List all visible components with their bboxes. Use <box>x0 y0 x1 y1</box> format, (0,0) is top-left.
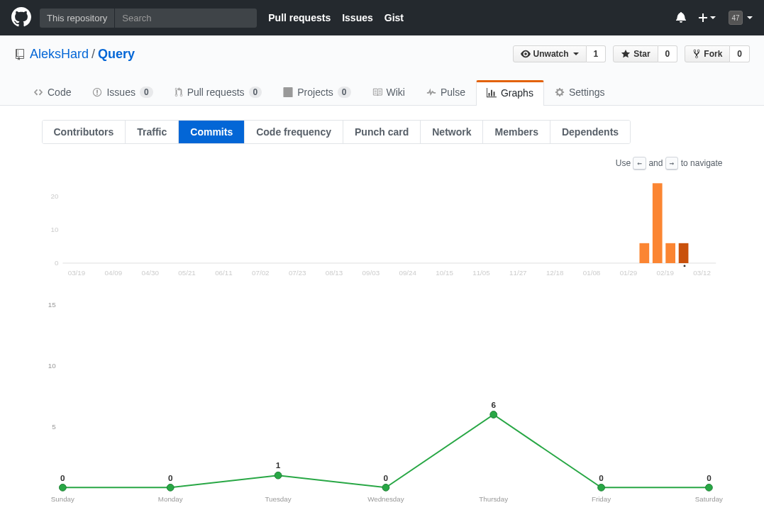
nav-hint: Use ← and → to navigate <box>42 158 723 168</box>
svg-text:04/30: 04/30 <box>141 269 159 277</box>
subnav-contributors[interactable]: Contributors <box>43 121 126 143</box>
header-nav: Pull requests Issues Gist <box>268 12 404 23</box>
svg-text:0: 0 <box>55 259 59 267</box>
pulse-icon <box>426 87 436 97</box>
repo-actions: Unwatch 1 Star 0 Fork 0 <box>513 45 750 62</box>
book-icon <box>372 87 382 97</box>
repo-icon <box>14 49 26 60</box>
nav-pull-requests[interactable]: Pull requests <box>268 12 331 23</box>
tab-wiki[interactable]: Wiki <box>362 80 416 105</box>
svg-point-30 <box>59 484 66 491</box>
svg-rect-22 <box>639 243 649 263</box>
svg-text:10/15: 10/15 <box>436 269 453 277</box>
global-header: This repository Pull requests Issues Gis… <box>0 0 764 35</box>
code-icon <box>33 87 43 97</box>
watch-count[interactable]: 1 <box>587 45 607 62</box>
issue-icon <box>92 87 102 97</box>
svg-text:09/03: 09/03 <box>362 269 380 277</box>
svg-text:07/23: 07/23 <box>288 269 306 277</box>
unwatch-button[interactable]: Unwatch <box>513 45 587 62</box>
github-logo[interactable] <box>11 7 31 29</box>
subnav-traffic[interactable]: Traffic <box>126 121 179 143</box>
svg-point-36 <box>275 472 282 479</box>
commits-line-chart: 510150Sunday0Monday1Tuesday0Wednesday6Th… <box>42 284 723 511</box>
nav-gist[interactable]: Gist <box>384 12 404 23</box>
fork-count[interactable]: 0 <box>730 45 750 62</box>
subnav-dependents[interactable]: Dependents <box>550 121 630 143</box>
repo-owner-link[interactable]: AleksHard <box>30 47 89 62</box>
svg-text:02/19: 02/19 <box>656 269 673 277</box>
subnav-network[interactable]: Network <box>421 121 483 143</box>
user-menu[interactable]: 47 <box>729 11 753 25</box>
svg-text:Thursday: Thursday <box>479 495 508 503</box>
svg-text:Wednesday: Wednesday <box>367 495 404 503</box>
svg-text:Saturday: Saturday <box>694 495 722 503</box>
nav-issues[interactable]: Issues <box>342 12 373 23</box>
svg-text:06/11: 06/11 <box>215 269 232 277</box>
graphs-subnav: Contributors Traffic Commits Code freque… <box>42 120 631 144</box>
subnav-punch-card[interactable]: Punch card <box>343 121 421 143</box>
star-count[interactable]: 0 <box>658 45 678 62</box>
svg-point-39 <box>382 484 389 491</box>
svg-text:Sunday: Sunday <box>50 495 74 503</box>
svg-point-48 <box>705 484 712 491</box>
subnav-members[interactable]: Members <box>483 121 550 143</box>
svg-point-33 <box>167 484 174 491</box>
star-icon <box>621 49 631 59</box>
subnav-code-frequency[interactable]: Code frequency <box>245 121 343 143</box>
svg-text:5: 5 <box>52 423 56 431</box>
svg-text:03/12: 03/12 <box>693 269 710 277</box>
search-input[interactable] <box>115 9 257 28</box>
pr-icon <box>175 87 183 97</box>
fork-button[interactable]: Fork <box>685 45 730 62</box>
svg-text:11/27: 11/27 <box>509 269 526 277</box>
svg-rect-23 <box>652 183 662 263</box>
svg-point-26 <box>683 265 685 267</box>
svg-text:0: 0 <box>383 473 388 482</box>
repo-title: AleksHard / Query <box>14 47 135 62</box>
svg-text:Monday: Monday <box>157 495 182 503</box>
svg-text:05/21: 05/21 <box>178 269 195 277</box>
svg-text:01/08: 01/08 <box>582 269 600 277</box>
svg-text:11/05: 11/05 <box>472 269 490 277</box>
gear-icon <box>555 87 565 97</box>
repohead: AleksHard / Query Unwatch 1 Star 0 Fork … <box>0 35 764 106</box>
svg-text:07/02: 07/02 <box>252 269 269 277</box>
tab-pull-requests[interactable]: Pull requests0 <box>164 80 273 105</box>
svg-text:6: 6 <box>491 400 496 409</box>
svg-text:09/24: 09/24 <box>399 269 416 277</box>
svg-text:03/19: 03/19 <box>67 269 84 277</box>
svg-rect-24 <box>665 243 675 263</box>
tab-settings[interactable]: Settings <box>544 80 616 105</box>
tab-pulse[interactable]: Pulse <box>416 80 476 105</box>
svg-text:15: 15 <box>48 301 55 309</box>
svg-text:12/18: 12/18 <box>546 269 563 277</box>
key-right: → <box>665 157 679 170</box>
svg-text:0: 0 <box>707 473 712 482</box>
repo-name-link[interactable]: Query <box>98 47 135 62</box>
svg-text:Friday: Friday <box>591 495 610 503</box>
fork-icon <box>692 49 701 59</box>
tab-graphs[interactable]: Graphs <box>476 80 544 106</box>
svg-text:0: 0 <box>599 473 604 482</box>
search-context-button[interactable]: This repository <box>40 9 114 28</box>
star-button[interactable]: Star <box>613 45 658 62</box>
create-new-icon[interactable] <box>699 12 716 23</box>
svg-text:10: 10 <box>48 362 55 370</box>
svg-text:10: 10 <box>50 226 58 233</box>
notifications-icon[interactable] <box>676 11 686 25</box>
key-left: ← <box>633 157 646 170</box>
svg-text:0: 0 <box>60 473 65 482</box>
reponav: Code Issues0 Pull requests0 Projects0 Wi… <box>14 80 750 105</box>
tab-code[interactable]: Code <box>23 80 82 105</box>
project-icon <box>283 87 293 97</box>
svg-text:0: 0 <box>167 473 172 482</box>
svg-text:Tuesday: Tuesday <box>265 495 291 503</box>
svg-point-42 <box>489 411 497 419</box>
tab-issues[interactable]: Issues0 <box>82 80 163 105</box>
subnav-commits[interactable]: Commits <box>179 121 245 143</box>
svg-rect-25 <box>678 243 688 263</box>
svg-text:01/29: 01/29 <box>619 269 636 277</box>
tab-projects[interactable]: Projects0 <box>272 80 361 105</box>
svg-text:1: 1 <box>275 460 280 470</box>
